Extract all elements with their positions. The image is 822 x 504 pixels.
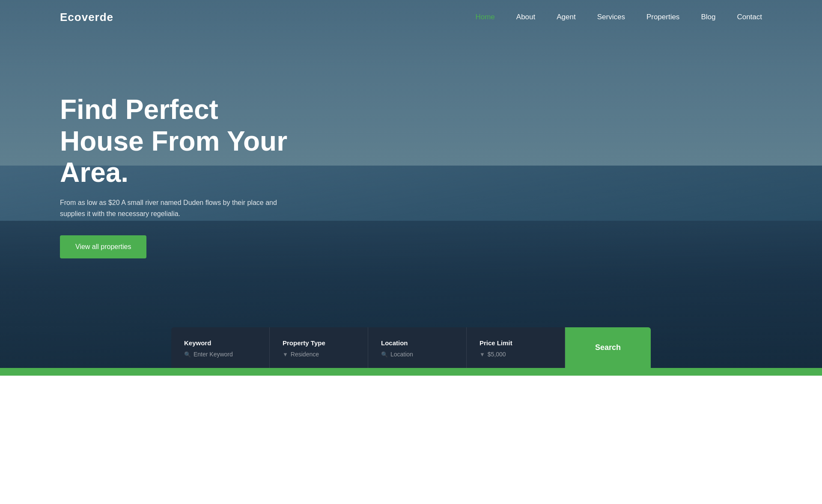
nav-link-properties[interactable]: Properties [646,13,679,21]
search-button[interactable]: Search [565,327,651,368]
nav-link-services[interactable]: Services [597,13,625,21]
keyword-placeholder: Enter Keyword [194,351,233,358]
nav-item-home[interactable]: Home [475,13,494,21]
nav-item-agent[interactable]: Agent [557,13,575,21]
nav-item-properties[interactable]: Properties [646,13,679,21]
hero-title-line1: Find Perfect [60,94,218,125]
navbar: Ecoverde Home About Agent Services Prope… [0,0,822,34]
location-input-display[interactable]: 🔍 Location [381,351,453,358]
price-limit-select-display[interactable]: ▼ $5,000 [480,351,552,358]
nav-link-blog[interactable]: Blog [701,13,715,21]
nav-item-blog[interactable]: Blog [701,13,715,21]
nav-links: Home About Agent Services Properties Blo… [475,13,762,21]
nav-item-contact[interactable]: Contact [737,13,762,21]
keyword-label: Keyword [184,339,256,347]
property-type-select-display[interactable]: ▼ Residence [283,351,355,358]
nav-link-home[interactable]: Home [475,13,494,21]
chevron-down-icon-property: ▼ [283,351,288,358]
location-field: Location 🔍 Location [368,327,467,368]
chevron-down-icon-price: ▼ [480,351,485,358]
keyword-field: Keyword 🔍 Enter Keyword [171,327,270,368]
hero-title: Find Perfect House From Your Area. [60,94,360,189]
property-type-value: Residence [291,351,319,358]
hero-title-line2: House From Your Area. [60,126,287,188]
hero-content: Find Perfect House From Your Area. From … [60,94,360,258]
view-all-properties-button[interactable]: View all properties [60,235,146,258]
search-bar: Keyword 🔍 Enter Keyword Property Type ▼ … [171,327,651,368]
property-type-label: Property Type [283,339,355,347]
price-limit-label: Price Limit [480,339,552,347]
search-icon-keyword: 🔍 [184,351,191,358]
location-label: Location [381,339,453,347]
location-placeholder: Location [390,351,413,358]
property-type-field: Property Type ▼ Residence [270,327,368,368]
keyword-input-display[interactable]: 🔍 Enter Keyword [184,351,256,358]
nav-item-about[interactable]: About [516,13,535,21]
hero-subtitle: From as low as $20 A small river named D… [60,197,300,220]
brand-logo: Ecoverde [60,11,113,24]
hero-section: Ecoverde Home About Agent Services Prope… [0,0,822,368]
nav-item-services[interactable]: Services [597,13,625,21]
green-accent-bar [0,368,822,376]
search-icon-location: 🔍 [381,351,388,358]
nav-link-about[interactable]: About [516,13,535,21]
nav-link-contact[interactable]: Contact [737,13,762,21]
price-limit-field: Price Limit ▼ $5,000 [467,327,565,368]
search-button-wrap: Search [565,327,651,368]
price-limit-value: $5,000 [488,351,506,358]
nav-link-agent[interactable]: Agent [557,13,575,21]
